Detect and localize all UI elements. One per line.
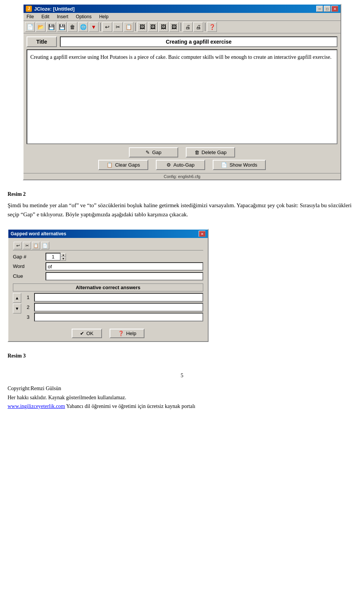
show-words-button[interactable]: 📄 Show Words (213, 160, 265, 170)
gap-button[interactable]: ✎ Gap (129, 147, 178, 157)
alt-down-btn[interactable]: ▼ (13, 304, 21, 313)
menu-edit[interactable]: Edit (40, 14, 51, 20)
alt-input-1[interactable] (34, 293, 203, 302)
img-button2[interactable]: 🖼 (148, 22, 158, 32)
alt-row-3: 3 (24, 313, 203, 321)
gap-spinner: ▲ ▼ (46, 253, 203, 261)
action-row-1: ✎ Gap 🗑 Delete Gap (27, 147, 337, 157)
caption1: Resim 2 (8, 190, 356, 198)
rights: Her hakkı saklıdır. Kaynak gösterilmeden… (8, 393, 356, 402)
footer-url[interactable]: www.ingilizceyeterlik.com (8, 403, 65, 409)
gap-number-input[interactable] (46, 253, 61, 261)
dialog-copy-btn[interactable]: 📋 (32, 242, 40, 249)
arrow-column: ▲ ▼ (13, 293, 21, 323)
dialog-close-button[interactable]: ✕ (199, 231, 206, 237)
auto-gap-label: Auto-Gap (173, 162, 195, 168)
spinner-buttons: ▲ ▼ (61, 253, 66, 261)
dialog-footer: ✔ OK ❓ Help (13, 326, 203, 338)
maximize-button[interactable]: □ (324, 6, 331, 12)
menu-help[interactable]: Help (97, 14, 110, 20)
img-button4[interactable]: 🖼 (169, 22, 179, 32)
alt-answers-area: ▲ ▼ 1 2 3 (13, 293, 203, 323)
text-area[interactable]: Creating a gapfill exercise using Hot Po… (27, 49, 337, 144)
dialog-undo-btn[interactable]: ↩ (14, 242, 22, 249)
gap-label: Gap (152, 150, 162, 155)
dialog-paste-btn[interactable]: 📄 (41, 242, 49, 249)
print2-button[interactable]: 🖨 (193, 22, 203, 32)
print-button[interactable]: 🖨 (183, 22, 193, 32)
alt-label-1: 1 (24, 294, 32, 300)
ok-icon: ✔ (80, 331, 84, 336)
show-words-icon: 📄 (221, 162, 227, 168)
window-controls: ─ □ ✕ (316, 6, 338, 12)
page-content: Resim 2 Şimdi bu metinde yer alan “of” v… (0, 184, 364, 225)
save-as-button[interactable]: 💾 (57, 22, 67, 32)
gap-hash-label: Gap # (13, 253, 43, 261)
menu-insert[interactable]: Insert (55, 14, 70, 20)
save-button[interactable]: 💾 (46, 22, 56, 32)
dialog-titlebar: Gapped word alternatives ✕ (8, 230, 208, 238)
cut-button[interactable]: ✂ (113, 22, 123, 32)
dialog-toolbar: ↩ ✂ 📋 📄 (13, 241, 203, 250)
export-button[interactable]: 🌐 (78, 22, 88, 32)
alt-row-1: 1 (24, 293, 203, 302)
close-button[interactable]: ✕ (331, 6, 338, 12)
config-text: Config: english6.cfg (164, 174, 201, 179)
ok-button[interactable]: ✔ OK (72, 329, 102, 338)
open-button[interactable]: 📂 (36, 22, 46, 32)
window-title: JCloze: [Untitled] (34, 6, 75, 12)
alt-label-2: 2 (24, 304, 32, 310)
spinner-up[interactable]: ▲ (61, 253, 66, 257)
exercise-title[interactable]: Creating a gapfill exercise (60, 36, 337, 47)
minimize-button[interactable]: ─ (316, 6, 323, 12)
title-row: Title Creating a gapfill exercise (27, 36, 337, 47)
titlebar: J JCloze: [Untitled] ─ □ ✕ (24, 5, 340, 13)
menu-bar: File Edit Insert Options Help (24, 13, 340, 21)
down-button[interactable]: ▼ (89, 22, 99, 32)
dialog-body: ↩ ✂ 📋 📄 Gap # ▲ ▼ Word Clue Alternative … (8, 238, 208, 341)
spinner-down[interactable]: ▼ (61, 257, 66, 261)
alt-input-2[interactable] (34, 303, 203, 312)
alt-rows-container: 1 2 3 (24, 293, 203, 323)
help-button[interactable]: ❓ Help (110, 329, 145, 338)
dialog-title: Gapped word alternatives (11, 231, 66, 236)
copy-button[interactable]: 📋 (124, 22, 133, 32)
copyright: Copyright:Remzi Gülsün (8, 384, 356, 393)
delete-gap-button[interactable]: 🗑 Delete Gap (186, 147, 235, 157)
toolbar-separator4 (205, 23, 206, 31)
config-bar: Config: english6.cfg (24, 173, 340, 180)
form-grid: Gap # ▲ ▼ Word Clue (13, 253, 203, 280)
title-label: Title (27, 36, 57, 47)
ok-label: OK (86, 331, 94, 336)
menu-options[interactable]: Options (74, 14, 93, 20)
toolbar-separator (100, 23, 101, 31)
img-button1[interactable]: 🖼 (137, 22, 147, 32)
img-button3[interactable]: 🖼 (158, 22, 168, 32)
alt-label-3: 3 (24, 314, 32, 320)
paragraph1: Şimdi bu metinde yer alan “of” ve “to” s… (8, 201, 356, 219)
undo-button[interactable]: ↩ (102, 22, 112, 32)
word-input[interactable] (46, 262, 203, 271)
text-content: Creating a gapfill exercise using Hot Po… (30, 54, 331, 60)
toolbar-separator3 (180, 23, 181, 31)
caption2-area: Resim 3 (0, 346, 364, 369)
auto-gap-button[interactable]: ⚙ Auto-Gap (156, 160, 205, 170)
menu-file[interactable]: File (25, 14, 35, 20)
alt-up-btn[interactable]: ▲ (13, 293, 21, 303)
toolbar: 📄 📂 💾 💾 🗑 🌐 ▼ ↩ ✂ 📋 🖼 🖼 🖼 🖼 🖨 🖨 ❓ (24, 21, 340, 33)
delete-gap-label: Delete Gap (202, 150, 227, 155)
help-label: Help (126, 331, 136, 336)
new-button[interactable]: 📄 (25, 22, 35, 32)
dialog-cut-btn[interactable]: ✂ (23, 242, 31, 249)
caption2: Resim 3 (8, 352, 356, 360)
help-button[interactable]: ❓ (207, 22, 217, 32)
auto-gap-icon: ⚙ (166, 162, 171, 168)
gap-icon: ✎ (146, 150, 150, 155)
help-icon: ❓ (118, 331, 124, 336)
clear-button[interactable]: 🗑 (67, 22, 77, 32)
alt-input-3[interactable] (34, 313, 203, 321)
clear-gaps-button[interactable]: 📋 Clear Gaps (98, 160, 148, 170)
jcloze-window: J JCloze: [Untitled] ─ □ ✕ File Edit Ins… (23, 4, 341, 180)
show-words-label: Show Words (229, 162, 257, 168)
clue-input[interactable] (46, 272, 203, 280)
